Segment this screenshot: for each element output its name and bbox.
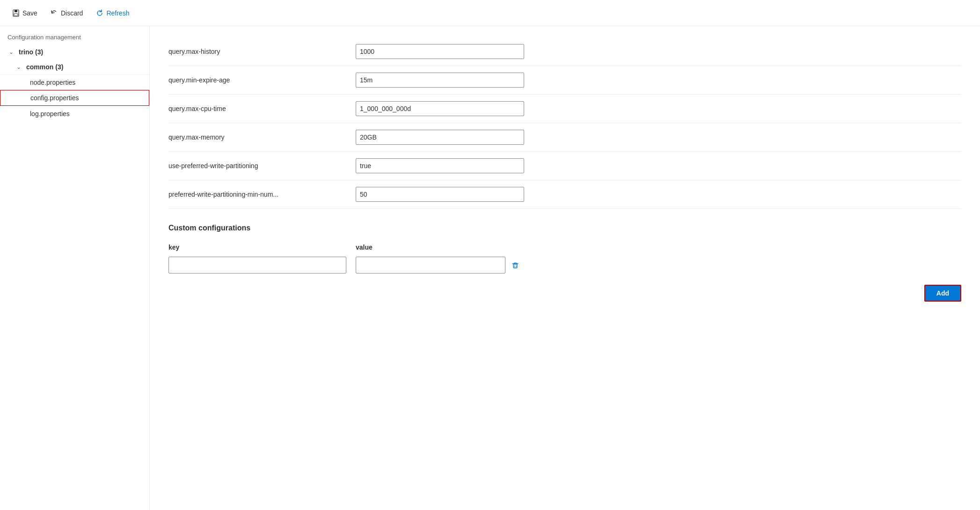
custom-value-input[interactable] <box>356 257 505 273</box>
tree-item-config-properties[interactable]: config.properties <box>0 90 149 106</box>
tree-item-trino[interactable]: ⌄ trino (3) <box>0 44 149 59</box>
custom-config-headers: key value <box>168 244 961 251</box>
custom-value-wrapper <box>356 257 521 273</box>
right-panel: query.max-history query.min-expire-age q… <box>150 26 980 510</box>
config-row: query.max-memory <box>168 123 961 152</box>
svg-rect-3 <box>513 264 517 268</box>
trash-icon <box>511 261 519 269</box>
add-button[interactable]: Add <box>924 285 961 302</box>
config-value-input-4[interactable] <box>356 158 524 173</box>
toolbar: Save Discard Refresh <box>0 0 980 26</box>
save-icon <box>12 9 20 17</box>
tree-label-trino: trino (3) <box>19 48 43 56</box>
custom-config-title: Custom configurations <box>168 224 961 232</box>
sidebar-section-title: Configuration management <box>0 26 149 44</box>
discard-button[interactable]: Discard <box>46 7 88 20</box>
col-key-header: key <box>168 244 346 251</box>
config-value-input-5[interactable] <box>356 187 524 202</box>
log-properties-label: log.properties <box>30 110 70 118</box>
config-rows-container: query.max-history query.min-expire-age q… <box>168 37 961 209</box>
custom-key-input[interactable] <box>168 257 346 273</box>
custom-config-row <box>168 257 961 273</box>
chevron-down-icon-common: ⌄ <box>15 64 22 70</box>
config-row: query.max-cpu-time <box>168 95 961 123</box>
config-value-input-2[interactable] <box>356 101 524 116</box>
delete-row-button[interactable] <box>509 259 521 271</box>
save-button[interactable]: Save <box>7 7 42 20</box>
config-key-label: use-preferred-write-partitioning <box>168 162 346 170</box>
tree-label-common: common (3) <box>26 63 63 71</box>
save-label: Save <box>22 9 37 17</box>
config-value-input-3[interactable] <box>356 130 524 145</box>
svg-rect-1 <box>15 10 17 12</box>
refresh-label: Refresh <box>106 9 129 17</box>
discard-icon <box>51 9 58 17</box>
chevron-down-icon: ⌄ <box>7 49 15 55</box>
config-value-input-0[interactable] <box>356 44 524 59</box>
main-layout: Configuration management ⌄ trino (3) ⌄ c… <box>0 26 980 510</box>
custom-config-section: Custom configurations key value <box>168 224 961 302</box>
tree-item-common[interactable]: ⌄ common (3) <box>0 59 149 74</box>
config-key-label: query.max-memory <box>168 133 346 141</box>
config-value-input-1[interactable] <box>356 73 524 88</box>
node-properties-label: node.properties <box>30 79 75 86</box>
sidebar: Configuration management ⌄ trino (3) ⌄ c… <box>0 26 150 510</box>
config-key-label: preferred-write-partitioning-min-num... <box>168 191 346 198</box>
col-value-header: value <box>356 244 373 251</box>
refresh-icon <box>96 9 103 17</box>
config-key-label: query.max-history <box>168 48 346 55</box>
config-key-label: query.max-cpu-time <box>168 105 346 112</box>
add-btn-row: Add <box>168 285 961 302</box>
discard-label: Discard <box>61 9 83 17</box>
config-key-label: query.min-expire-age <box>168 76 346 84</box>
refresh-button[interactable]: Refresh <box>91 7 134 20</box>
config-row: preferred-write-partitioning-min-num... <box>168 180 961 209</box>
config-row: query.min-expire-age <box>168 66 961 95</box>
tree-item-node-properties[interactable]: node.properties <box>0 74 149 90</box>
config-properties-label: config.properties <box>30 94 79 102</box>
config-row: use-preferred-write-partitioning <box>168 152 961 180</box>
svg-rect-2 <box>14 14 18 16</box>
tree-item-log-properties[interactable]: log.properties <box>0 106 149 121</box>
config-row: query.max-history <box>168 37 961 66</box>
